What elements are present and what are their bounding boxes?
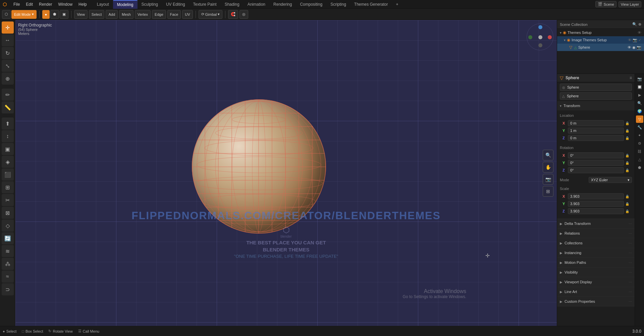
- pan-btn[interactable]: ✋: [543, 162, 553, 173]
- rot-y-lock[interactable]: 🔒: [625, 161, 629, 165]
- transform-header[interactable]: ▾ Transform: [557, 101, 635, 110]
- prop-icon-data[interactable]: △: [636, 156, 643, 163]
- item-eye-0[interactable]: 👁: [638, 31, 641, 35]
- tool-spin[interactable]: 🔄: [2, 232, 14, 244]
- loc-x-value[interactable]: 0 m: [568, 120, 624, 126]
- viewlayer-selector[interactable]: View Layer: [619, 1, 641, 7]
- scale-z-value[interactable]: 3.903: [568, 208, 624, 214]
- face-mode-btn[interactable]: ▣: [60, 10, 68, 19]
- nav-gizmo[interactable]: [527, 23, 553, 50]
- prop-icon-view[interactable]: 🔍: [636, 99, 643, 107]
- prop-icon-scene[interactable]: 📷: [636, 75, 643, 83]
- transform-btn[interactable]: ⟳ Gimbal ▾: [199, 10, 223, 19]
- outliner-filter-icon[interactable]: 🔍: [632, 22, 637, 27]
- tool-rotate[interactable]: ↻: [2, 47, 14, 59]
- object-name-field[interactable]: ◎ Sphere: [560, 84, 632, 91]
- scale-x-lock[interactable]: 🔒: [625, 195, 629, 198]
- tool-transform[interactable]: ⊕: [2, 73, 14, 85]
- tab-shading[interactable]: Shading: [221, 0, 244, 9]
- tool-move[interactable]: ↔: [2, 34, 14, 46]
- item-exclude-1[interactable]: ✓: [638, 38, 641, 42]
- tool-scale[interactable]: ⤡: [2, 60, 14, 72]
- nav-dot-right[interactable]: [548, 35, 552, 39]
- tab-rendering[interactable]: Rendering: [269, 0, 296, 9]
- rot-z-value[interactable]: 0°: [568, 167, 624, 173]
- mode-dropdown[interactable]: Edit Mode ▾: [11, 10, 37, 19]
- scale-x-value[interactable]: 3.903: [568, 193, 624, 199]
- mode-prop-value[interactable]: XYZ Euler ▾: [589, 177, 632, 183]
- viewport-display-options[interactable]: ⋯: [629, 280, 632, 284]
- tool-extrude[interactable]: ⬆: [2, 117, 14, 130]
- view-btn[interactable]: View: [74, 10, 88, 19]
- custom-props-options[interactable]: ⋯: [629, 300, 632, 303]
- mesh-btn[interactable]: Mesh: [119, 10, 133, 19]
- loc-z-lock[interactable]: 🔒: [625, 136, 629, 140]
- visibility-header[interactable]: ▶ Visibility ⋯: [557, 268, 635, 277]
- menu-render[interactable]: Render: [36, 1, 55, 7]
- nav-dot-center[interactable]: [538, 35, 542, 39]
- scale-y-value[interactable]: 3.903: [568, 201, 624, 207]
- outliner-item-image-themes[interactable]: ▾ ◉ Image Themes Setup 👁 📷 ✓: [557, 36, 644, 44]
- edge-mode-btn[interactable]: ⬟: [50, 10, 59, 19]
- prop-icon-modifiers[interactable]: 🔧: [636, 124, 643, 131]
- loc-y-lock[interactable]: 🔒: [625, 129, 629, 133]
- nav-dot-top[interactable]: [538, 25, 542, 29]
- loc-x-lock[interactable]: 🔒: [625, 122, 629, 125]
- tab-themes-generator[interactable]: Themes Generator: [350, 0, 392, 9]
- vertex-mode-btn[interactable]: ●: [42, 10, 50, 19]
- delta-options[interactable]: ⋯: [629, 222, 632, 226]
- tool-measure[interactable]: 📏: [2, 101, 14, 113]
- scene-selector[interactable]: 🎬 Scene: [595, 1, 616, 7]
- outliner-item-themes-setup[interactable]: ▾ ◉ Themes Setup 👁: [557, 29, 644, 36]
- tab-layout[interactable]: Layout: [93, 0, 113, 9]
- snap-btn[interactable]: 🧲: [228, 10, 238, 19]
- scale-z-lock[interactable]: 🔒: [625, 209, 629, 213]
- tool-extrude2[interactable]: ↕: [2, 130, 14, 142]
- grid-btn[interactable]: ⊞: [543, 186, 553, 197]
- tool-smooth[interactable]: ≋: [2, 245, 14, 257]
- tool-offset[interactable]: ⊞: [2, 181, 14, 193]
- prop-icon-renderlayer[interactable]: 🔲: [636, 83, 643, 91]
- tool-randomize[interactable]: ⁂: [2, 258, 14, 270]
- loc-y-value[interactable]: 1 m: [568, 128, 624, 134]
- relations-options[interactable]: ⋯: [629, 232, 632, 235]
- tool-inset[interactable]: ▣: [2, 143, 14, 155]
- tool-slide-relax[interactable]: ≈: [2, 271, 14, 283]
- tab-modeling[interactable]: Modeling: [113, 0, 138, 9]
- collections-header[interactable]: ▶ Collections ⋯: [557, 238, 635, 248]
- instancing-header[interactable]: ▶ Instancing ⋯: [557, 248, 635, 257]
- visibility-options[interactable]: ⋯: [629, 271, 632, 274]
- line-art-options[interactable]: ⋯: [629, 290, 632, 294]
- tab-uv-editing[interactable]: UV Editing: [162, 0, 189, 9]
- tool-push-pull[interactable]: ⊃: [2, 283, 14, 295]
- item-render-2[interactable]: 📷: [637, 45, 641, 50]
- zoom-in-btn[interactable]: 🔍: [543, 150, 553, 160]
- rot-x-lock[interactable]: 🔒: [625, 154, 629, 157]
- tool-cursor[interactable]: ✛: [2, 21, 14, 34]
- menu-file[interactable]: File: [11, 1, 22, 7]
- select-btn[interactable]: Select: [89, 10, 105, 19]
- menu-edit[interactable]: Edit: [23, 1, 36, 7]
- relations-header[interactable]: ▶ Relations ⋯: [557, 229, 635, 238]
- menu-window[interactable]: Window: [55, 1, 75, 7]
- add-btn[interactable]: Add: [106, 10, 118, 19]
- tab-texture-paint[interactable]: Texture Paint: [189, 0, 221, 9]
- mesh-name-field[interactable]: △ Sphere: [560, 92, 632, 100]
- tool-polyline[interactable]: ◇: [2, 220, 14, 232]
- object-icon-btn[interactable]: ⬡: [2, 10, 11, 19]
- tab-add[interactable]: +: [392, 0, 402, 9]
- tool-knife[interactable]: ✂: [2, 194, 14, 206]
- motion-paths-header[interactable]: ▶ Motion Paths ⋯: [557, 258, 635, 267]
- prop-icon-object[interactable]: ▽: [636, 115, 643, 123]
- item-render-1[interactable]: 📷: [633, 38, 637, 42]
- tab-scripting[interactable]: Scripting: [326, 0, 350, 9]
- tool-loop-cut[interactable]: ⬛: [2, 169, 14, 181]
- delta-transform-header[interactable]: ▶ Delta Transform ⋯: [557, 219, 635, 228]
- custom-properties-header[interactable]: ▶ Custom Properties ⋯: [557, 297, 635, 306]
- menu-help[interactable]: Help: [76, 1, 90, 7]
- scale-y-lock[interactable]: 🔒: [625, 202, 629, 206]
- line-art-header[interactable]: ▶ Line Art ⋯: [557, 287, 635, 296]
- uv-btn[interactable]: UV: [182, 10, 193, 19]
- item-vis-2[interactable]: 👁: [628, 45, 631, 50]
- viewport-display-header[interactable]: ▶ Viewport Display ⋯: [557, 277, 635, 287]
